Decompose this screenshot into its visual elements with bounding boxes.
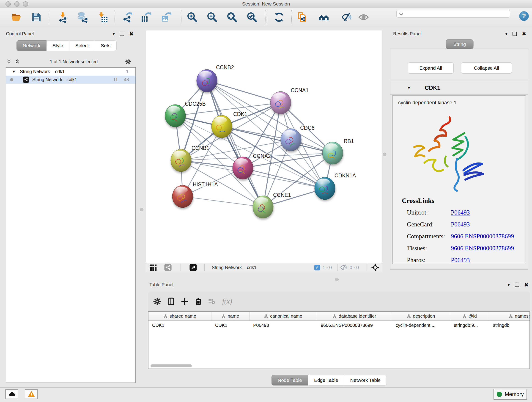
warnings-button[interactable] — [25, 389, 38, 399]
table-cell[interactable]: CDK1 — [211, 323, 249, 328]
table-cell[interactable]: 9606.ENSP00000378699 — [317, 323, 392, 328]
expand-all-networks-icon[interactable] — [6, 59, 12, 65]
zoom-in-button[interactable] — [187, 12, 198, 23]
table-options-gear-icon[interactable] — [153, 297, 161, 306]
birds-eye-view-button[interactable] — [371, 263, 380, 272]
tab-style[interactable]: Style — [46, 40, 70, 51]
close-panel-icon[interactable]: ✖ — [129, 32, 133, 36]
table-cell[interactable]: cyclin-dependent ... — [392, 323, 450, 328]
column-header-@id[interactable]: @id — [450, 312, 489, 320]
table-cell[interactable]: stringdb:9... — [450, 323, 489, 328]
network-options-gear-icon[interactable] — [125, 59, 131, 65]
network-node-HIST1H1A[interactable]: HIST1H1A — [172, 182, 218, 208]
collection-expander-icon[interactable]: ▼ — [12, 70, 16, 74]
collapse-panel-icon[interactable]: ▾ — [113, 32, 115, 36]
table-cell[interactable]: CDK1 — [148, 323, 211, 328]
network-node-CDC25B[interactable]: CDC25B — [165, 101, 206, 127]
network-canvas[interactable]: CCNB2CCNA1CDC25BCDK1CDC6RB1CCNB1CCNA2CDK… — [146, 31, 382, 263]
zoom-window-button[interactable] — [23, 1, 28, 7]
left-splitter-handle[interactable] — [140, 208, 143, 211]
column-header-database-identifier[interactable]: database identifier — [317, 312, 392, 320]
import-table-button[interactable] — [97, 12, 108, 23]
network-node-CDK1[interactable]: CDK1 — [211, 111, 247, 138]
tab-string[interactable]: String — [446, 39, 474, 49]
export-image-button[interactable] — [161, 12, 172, 23]
close-panel-icon[interactable]: ✖ — [524, 282, 528, 287]
network-node-CCNB2[interactable]: CCNB2 — [196, 64, 234, 92]
search-input[interactable] — [406, 11, 507, 17]
create-column-plus-icon[interactable] — [181, 297, 189, 306]
grid-view-button[interactable] — [149, 263, 157, 272]
table-cell[interactable]: P06493 — [249, 323, 317, 328]
floppy-disk-icon — [31, 12, 42, 23]
network-collection-row[interactable]: ▼ String Network – cdk1 1 — [6, 68, 135, 76]
protein-expander-icon[interactable]: ▼ — [407, 85, 411, 90]
collapse-panel-icon[interactable]: ▾ — [505, 32, 507, 36]
duplicate-network-button[interactable] — [297, 12, 308, 23]
crosslink-value-link[interactable]: 9606.ENSP00000378699 — [451, 233, 514, 240]
help-button[interactable]: ? — [519, 11, 529, 21]
float-panel-icon[interactable] — [513, 32, 517, 36]
close-window-button[interactable] — [6, 1, 11, 7]
delete-column-trash-icon[interactable] — [194, 297, 203, 306]
network-share-view-button[interactable] — [164, 263, 172, 272]
current-network-dot-icon — [10, 78, 13, 81]
clear-table-icon[interactable] — [208, 298, 215, 305]
hide-selected-button[interactable] — [341, 12, 352, 23]
zoom-fit-button[interactable] — [227, 12, 238, 23]
crosslink-value-link[interactable]: P06493 — [451, 209, 470, 216]
float-panel-icon[interactable] — [120, 32, 124, 36]
open-in-browser-button[interactable] — [189, 263, 197, 272]
column-header-name[interactable]: name — [211, 312, 249, 320]
network-row-selected[interactable]: String Network – cdk1 11 48 — [6, 76, 135, 84]
table-row[interactable]: CDK1CDK1P064939606.ENSP00000378699cyclin… — [148, 321, 530, 330]
float-panel-icon[interactable] — [515, 283, 519, 287]
tab-sets[interactable]: Sets — [95, 40, 117, 51]
search-field[interactable] — [396, 10, 510, 18]
column-header-description[interactable]: description — [392, 312, 450, 320]
network-node-CCNA1[interactable]: CCNA1 — [270, 87, 309, 114]
crosslink-value-link[interactable]: P06493 — [451, 221, 470, 228]
zoom-out-button[interactable] — [207, 12, 218, 23]
minimize-window-button[interactable] — [14, 1, 19, 7]
tab-edge-table[interactable]: Edge Table — [308, 375, 344, 385]
column-header-shared-name[interactable]: shared name — [148, 312, 211, 320]
function-builder-button[interactable]: f(x) — [222, 297, 232, 306]
collapse-all-networks-icon[interactable] — [14, 59, 20, 65]
export-network-button[interactable] — [122, 12, 133, 23]
horizontal-scrollbar-thumb[interactable] — [151, 364, 192, 367]
export-table-button[interactable] — [141, 12, 152, 23]
close-panel-icon[interactable]: ✖ — [522, 32, 526, 36]
column-header-canonical-name[interactable]: canonical name — [249, 312, 317, 320]
right-splitter-handle[interactable] — [383, 153, 386, 156]
cloud-status-button[interactable] — [5, 389, 18, 399]
show-all-button[interactable] — [358, 12, 369, 23]
table-cell[interactable]: stringdb — [489, 323, 530, 328]
network-node-RB1[interactable]: RB1 — [322, 138, 354, 164]
protein-card-header[interactable]: ▼ CDK1 — [390, 81, 528, 95]
import-network-from-database-button[interactable] — [77, 12, 88, 23]
open-session-button[interactable] — [11, 12, 22, 23]
apply-layout-button[interactable] — [273, 12, 285, 23]
zoom-selected-button[interactable] — [247, 12, 258, 23]
collapse-all-button[interactable]: Collapse All — [461, 62, 512, 74]
expand-all-button[interactable]: Expand All — [408, 62, 454, 74]
selected-checkbox-icon[interactable]: ✓ — [314, 263, 320, 272]
crosslink-value-link[interactable]: 9606.ENSP00000378699 — [451, 245, 514, 252]
collapse-panel-icon[interactable]: ▾ — [507, 282, 510, 287]
tab-node-table[interactable]: Node Table — [272, 375, 308, 385]
network-edges[interactable] — [175, 81, 333, 207]
network-graph[interactable]: CCNB2CCNA1CDC25BCDK1CDC6RB1CCNB1CCNA2CDK… — [146, 31, 382, 263]
memory-button[interactable]: Memory — [494, 389, 527, 400]
tab-network-table[interactable]: Network Table — [344, 375, 387, 385]
crosslink-value-link[interactable]: P06493 — [451, 257, 470, 264]
first-neighbors-button[interactable] — [318, 12, 329, 23]
tab-select[interactable]: Select — [70, 40, 95, 51]
show-columns-icon[interactable] — [167, 297, 175, 306]
tab-network[interactable]: Network — [17, 40, 46, 51]
hidden-eye-slash-icon[interactable] — [340, 263, 347, 272]
column-header-namespace[interactable]: namespace — [489, 312, 530, 320]
save-session-button[interactable] — [31, 12, 42, 23]
network-node-CDKN1A[interactable]: CDKN1A — [315, 172, 356, 200]
import-network-button[interactable] — [57, 12, 68, 23]
